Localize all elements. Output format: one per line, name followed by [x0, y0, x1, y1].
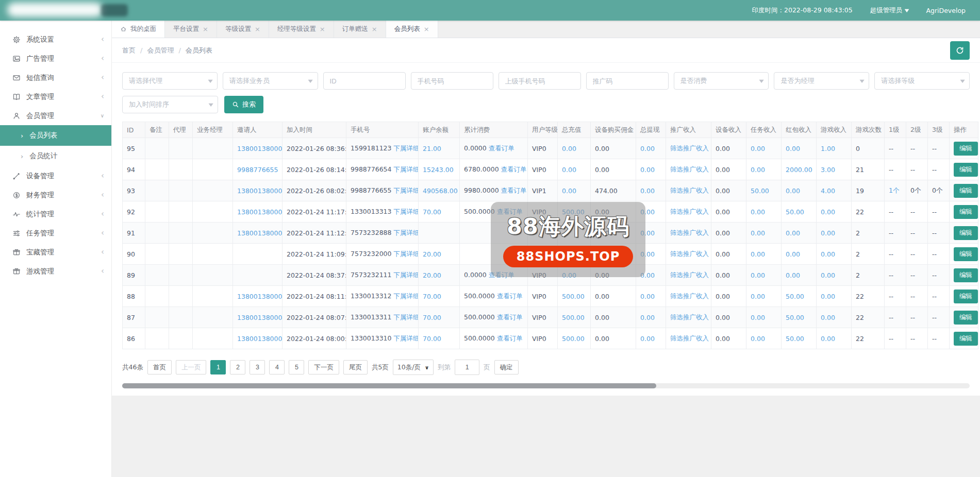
- per-page-select[interactable]: 10条/页∨: [393, 360, 434, 375]
- inviter-link[interactable]: 13800138000: [237, 145, 282, 152]
- edit-button[interactable]: 编辑: [954, 142, 978, 156]
- goto-page-input[interactable]: [455, 360, 479, 375]
- page-button-5[interactable]: 5: [289, 360, 304, 374]
- task-income-value[interactable]: 50.00: [751, 187, 769, 195]
- balance-value[interactable]: 70.00: [423, 293, 441, 300]
- promo-income-link[interactable]: 筛选推广收入: [670, 144, 709, 152]
- sidebar-item-task[interactable]: 任务管理‹: [0, 224, 111, 243]
- promo-income-link[interactable]: 筛选推广收入: [670, 165, 709, 173]
- tab-platform-settings[interactable]: 平台设置×: [165, 21, 217, 38]
- sidebar-item-stats[interactable]: 统计管理‹: [0, 205, 111, 224]
- task-income-value[interactable]: 0.00: [751, 250, 765, 258]
- refresh-button[interactable]: [950, 41, 970, 60]
- edit-button[interactable]: 编辑: [954, 268, 978, 282]
- sidebar-item-sms[interactable]: 短信查询‹: [0, 68, 111, 87]
- balance-value[interactable]: 70.00: [423, 335, 441, 343]
- promo-code-input[interactable]: [586, 72, 669, 90]
- view-orders-link[interactable]: 查看订单: [497, 292, 523, 300]
- task-income-value[interactable]: 0.00: [751, 208, 765, 216]
- sub-detail-link[interactable]: 下属详细: [394, 334, 419, 342]
- sidebar-item-system[interactable]: 系统设置‹: [0, 30, 111, 49]
- sub-detail-link[interactable]: 下属详细: [394, 186, 419, 194]
- agent-select[interactable]: 请选择代理▼: [122, 72, 218, 90]
- task-income-value[interactable]: 0.00: [751, 271, 765, 279]
- withdraw-value[interactable]: 0.00: [640, 208, 655, 216]
- view-orders-link[interactable]: 查看订单: [489, 144, 514, 152]
- game-income-value[interactable]: 3.00: [821, 166, 835, 174]
- scrollbar-thumb[interactable]: [122, 383, 656, 388]
- red-income-value[interactable]: 0.00: [786, 145, 800, 152]
- edit-button[interactable]: 编辑: [954, 163, 978, 177]
- is-manager-select[interactable]: 是否为经理▼: [774, 72, 869, 90]
- promo-income-link[interactable]: 筛选推广收入: [670, 271, 709, 279]
- first-page-button[interactable]: 首页: [147, 360, 172, 374]
- tab-member-list[interactable]: 会员列表×: [386, 21, 438, 38]
- page-button-3[interactable]: 3: [250, 360, 265, 374]
- withdraw-value[interactable]: 0.00: [640, 271, 655, 279]
- inviter-link[interactable]: 13800138000: [237, 229, 282, 237]
- tab-order-gift[interactable]: 订单赠送×: [334, 21, 386, 38]
- inviter-link[interactable]: 13800138000: [237, 335, 282, 343]
- view-orders-link[interactable]: 查看订单: [501, 165, 527, 173]
- red-income-value[interactable]: 50.00: [786, 335, 804, 343]
- page-button-1[interactable]: 1: [210, 360, 226, 374]
- promo-income-link[interactable]: 筛选推广收入: [670, 292, 709, 300]
- recharge-value[interactable]: 500.00: [562, 335, 585, 343]
- recharge-value[interactable]: 0.00: [562, 271, 576, 279]
- balance-value[interactable]: 20.00: [423, 271, 441, 279]
- red-income-value[interactable]: 50.00: [786, 208, 804, 216]
- page-button-4[interactable]: 4: [269, 360, 285, 374]
- red-income-value[interactable]: 0.00: [786, 187, 800, 195]
- inviter-link[interactable]: 13800138000: [237, 293, 282, 300]
- sidebar-item-member[interactable]: 会员管理∨: [0, 106, 111, 125]
- recharge-value[interactable]: 0.00: [562, 187, 576, 195]
- breadcrumb-member-mgmt[interactable]: 会员管理: [147, 46, 174, 55]
- prev-page-button[interactable]: 上一页: [176, 360, 207, 374]
- game-income-value[interactable]: 0.00: [821, 293, 835, 300]
- task-income-value[interactable]: 0.00: [751, 335, 765, 343]
- red-income-value[interactable]: 50.00: [786, 293, 804, 300]
- withdraw-value[interactable]: 0.00: [640, 145, 655, 152]
- red-income-value[interactable]: 0.00: [786, 229, 800, 237]
- recharge-value[interactable]: 500.00: [562, 314, 585, 321]
- edit-button[interactable]: 编辑: [954, 332, 978, 346]
- close-icon[interactable]: ×: [320, 26, 325, 32]
- game-income-value[interactable]: 0.00: [821, 271, 835, 279]
- withdraw-value[interactable]: 0.00: [640, 314, 655, 321]
- withdraw-value[interactable]: 0.00: [640, 293, 655, 300]
- recharge-value[interactable]: 0.00: [562, 250, 576, 258]
- inviter-link[interactable]: 13800138000: [237, 208, 282, 216]
- user-role-dropdown[interactable]: 超级管理员 ▼: [870, 6, 909, 15]
- view-orders-link[interactable]: 查看订单: [497, 208, 523, 215]
- game-income-value[interactable]: 0.00: [821, 229, 835, 237]
- task-income-value[interactable]: 0.00: [751, 293, 765, 300]
- recharge-value[interactable]: 500.00: [562, 208, 585, 216]
- sub-detail-link[interactable]: 下属详细: [394, 271, 419, 279]
- recharge-value[interactable]: 0.00: [562, 166, 576, 174]
- task-income-value[interactable]: 0.00: [751, 314, 765, 321]
- red-income-value[interactable]: 0.00: [786, 250, 800, 258]
- parent-phone-input[interactable]: [499, 72, 581, 90]
- sub-detail-link[interactable]: 下属详细: [394, 250, 419, 258]
- view-orders-link[interactable]: 查看订单: [489, 271, 514, 279]
- game-income-value[interactable]: 0.00: [821, 250, 835, 258]
- sub-detail-link[interactable]: 下属详细: [394, 208, 419, 215]
- promo-income-link[interactable]: 筛选推广收入: [670, 186, 709, 194]
- game-income-value[interactable]: 0.00: [821, 314, 835, 321]
- inviter-link[interactable]: 13800138000: [237, 187, 282, 195]
- sidebar-item-ads[interactable]: 广告管理‹: [0, 49, 111, 68]
- sidebar-item-article[interactable]: 文章管理‹: [0, 87, 111, 106]
- level1-value[interactable]: 1个: [889, 186, 899, 194]
- withdraw-value[interactable]: 0.00: [640, 187, 655, 195]
- withdraw-value[interactable]: 0.00: [640, 166, 655, 174]
- sidebar-item-treasure[interactable]: 宝藏管理‹: [0, 243, 111, 262]
- promo-income-link[interactable]: 筛选推广收入: [670, 313, 709, 321]
- edit-button[interactable]: 编辑: [954, 289, 978, 303]
- horizontal-scrollbar[interactable]: [122, 383, 970, 388]
- promo-income-link[interactable]: 筛选推广收入: [670, 334, 709, 342]
- confirm-button[interactable]: 确定: [494, 360, 519, 374]
- sub-detail-link[interactable]: 下属详细: [394, 165, 419, 173]
- balance-value[interactable]: 21.00: [423, 145, 441, 152]
- view-orders-link[interactable]: 查看订单: [497, 334, 523, 342]
- level-select[interactable]: 请选择等级▼: [874, 72, 970, 90]
